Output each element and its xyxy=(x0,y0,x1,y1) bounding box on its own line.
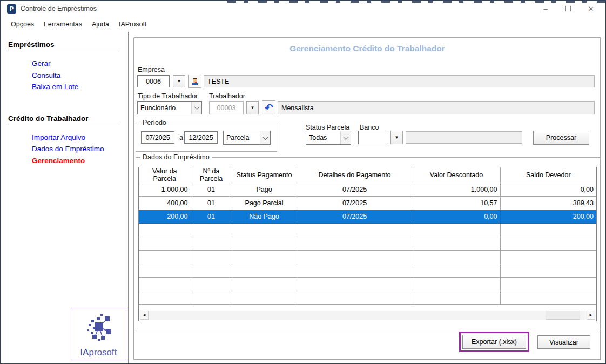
periodo-from-input[interactable] xyxy=(141,131,174,144)
status-parcela-combo[interactable]: Todas xyxy=(306,131,351,145)
chevron-down-icon xyxy=(340,131,351,144)
logo-network-icon xyxy=(84,313,113,342)
chevron-down-icon xyxy=(191,102,201,114)
col-valor-descontado: Valor Descontado xyxy=(413,167,500,183)
processar-button[interactable]: Processar xyxy=(533,131,589,145)
page-title: Gerenciamento Crédito do Trabalhador xyxy=(134,44,600,53)
tipo-trabalhador-label: Tipo de Trabalhador xyxy=(138,92,198,100)
table-row-selected[interactable]: 200,00 01 Não Pago 07/2025 0,00 200,00 xyxy=(139,210,596,224)
empresa-search-button[interactable] xyxy=(188,75,201,88)
periodo-connector-label: a xyxy=(179,134,183,141)
scroll-right-button[interactable]: ► xyxy=(587,311,595,320)
trabalhador-code-input[interactable] xyxy=(209,101,244,114)
close-button[interactable]: ✕ xyxy=(580,1,602,16)
scrollbar-thumb[interactable] xyxy=(546,311,580,320)
periodo-mode-combo[interactable]: Parcela xyxy=(223,131,271,145)
table-header-row: Valor da Parcela Nº da Parcela Status Pa… xyxy=(139,167,596,183)
horizontal-scrollbar[interactable]: ◄ ► xyxy=(140,311,595,320)
empresa-code-input[interactable] xyxy=(137,75,170,87)
table-row-empty xyxy=(139,291,596,305)
col-numero-parcela: Nº da Parcela xyxy=(191,167,232,183)
periodo-to-input[interactable] xyxy=(184,131,218,144)
sidebar-item-importar-arquivo[interactable]: Importar Arquivo xyxy=(32,132,128,144)
scroll-left-button[interactable]: ◄ xyxy=(140,311,149,320)
empresa-dropdown-button[interactable]: ▼ xyxy=(173,75,185,87)
dropdown-arrow-icon: ▼ xyxy=(177,79,181,84)
sidebar: Empréstimos Gerar Consulta Baixa em Lote… xyxy=(1,32,129,363)
emprestimo-table: Valor da Parcela Nº da Parcela Status Pa… xyxy=(139,167,596,305)
menu-opcoes[interactable]: Opções xyxy=(6,18,39,31)
menu-ferramentas[interactable]: Ferramentas xyxy=(39,18,87,31)
col-saldo-devedor: Saldo Devedor xyxy=(500,167,596,183)
table-row[interactable]: 400,00 01 Pago Parcial 07/2025 10,57 389… xyxy=(139,197,596,210)
tipo-trabalhador-combo[interactable]: Funcionário xyxy=(137,101,202,114)
dropdown-arrow-icon: ▼ xyxy=(251,105,255,110)
sidebar-item-gerar[interactable]: Gerar xyxy=(32,58,128,70)
periodo-legend: Período xyxy=(140,119,169,126)
dados-legend: Dados do Empréstimo xyxy=(140,153,212,161)
divider xyxy=(8,51,120,51)
app-window: P Controle de Empréstimos – ✕ Opções Fer… xyxy=(0,0,606,364)
trabalhador-name-field: Mensalista xyxy=(278,101,595,114)
col-status-pagamento: Status Pagamento xyxy=(232,167,297,183)
minimize-button[interactable]: – xyxy=(534,1,557,16)
menu-ajuda[interactable]: Ajuda xyxy=(87,18,114,31)
table-row[interactable]: 1.000,00 01 Pago 07/2025 1.000,00 0,00 xyxy=(139,183,596,197)
scroll-left-icon: ◄ xyxy=(142,313,146,318)
dropdown-arrow-icon: ▼ xyxy=(395,135,399,140)
person-icon xyxy=(191,77,199,86)
table-row-empty xyxy=(139,251,596,264)
iaprosoft-logo: IAprosoft xyxy=(71,308,126,360)
trabalhador-dropdown-button[interactable]: ▼ xyxy=(246,101,259,114)
window-title: Controle de Empréstimos xyxy=(21,5,97,12)
maximize-icon xyxy=(565,6,571,11)
exportar-xlsx-button[interactable]: Exportar (.xlsx) xyxy=(462,335,526,349)
logo-text: IAprosoft xyxy=(80,347,117,358)
table-row-empty xyxy=(139,237,596,251)
sidebar-item-baixa-em-lote[interactable]: Baixa em Lote xyxy=(32,81,128,93)
banco-label: Banco xyxy=(360,124,379,131)
sidebar-section-credito: Crédito do Trabalhador xyxy=(8,114,120,123)
trabalhador-reset-button[interactable]: ↶ xyxy=(262,100,275,114)
visualizar-button[interactable]: Visualizar xyxy=(537,335,590,349)
sidebar-section-emprestimos: Empréstimos xyxy=(8,41,120,49)
col-valor-parcela: Valor da Parcela xyxy=(139,167,191,183)
table-row-empty xyxy=(139,278,596,291)
sidebar-item-gerenciamento[interactable]: Gerenciamento xyxy=(32,155,128,167)
banco-input[interactable] xyxy=(358,131,388,144)
divider xyxy=(8,125,120,125)
empresa-label: Empresa xyxy=(138,66,165,73)
empresa-name-field: TESTE xyxy=(204,75,595,87)
trabalhador-label: Trabalhador xyxy=(209,92,245,100)
table-row-empty xyxy=(139,264,596,278)
close-icon: ✕ xyxy=(588,5,594,13)
col-detalhes-pagamento: Detalhes do Pagamento xyxy=(297,167,413,183)
minimize-icon: – xyxy=(543,5,547,13)
sidebar-item-dados-do-emprestimo[interactable]: Dados do Empréstimo xyxy=(32,143,128,155)
banco-name-field xyxy=(406,131,522,144)
app-icon: P xyxy=(7,4,16,14)
table-row-empty xyxy=(139,224,596,237)
sidebar-item-consulta[interactable]: Consulta xyxy=(32,70,128,82)
maximize-button[interactable] xyxy=(557,1,580,16)
window-controls: – ✕ xyxy=(534,1,602,17)
banco-dropdown-button[interactable]: ▼ xyxy=(390,131,403,144)
chevron-down-icon xyxy=(260,131,270,144)
title-bar: P Controle de Empréstimos – ✕ xyxy=(1,1,605,17)
status-parcela-label: Status Parcela xyxy=(306,124,349,131)
main-panel: Gerenciamento Crédito do Trabalhador Emp… xyxy=(133,37,601,360)
emprestimo-grid: Valor da Parcela Nº da Parcela Status Pa… xyxy=(138,167,597,321)
menu-bar: Opções Ferramentas Ajuda IAProsoft xyxy=(2,17,151,32)
undo-icon: ↶ xyxy=(264,102,273,113)
menu-iaprosoft[interactable]: IAProsoft xyxy=(114,18,151,31)
scroll-right-icon: ► xyxy=(589,313,593,318)
